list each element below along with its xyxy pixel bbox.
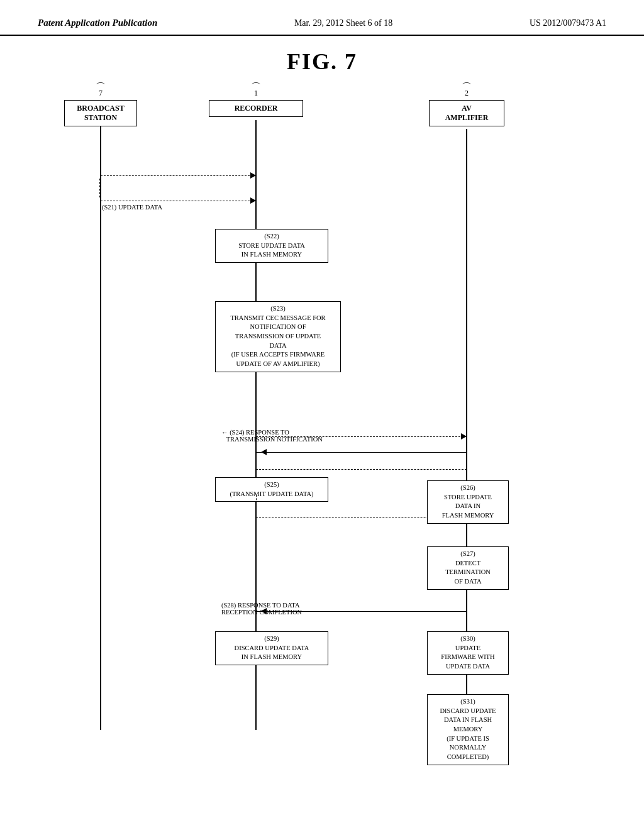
arrow-broadcast-to-recorder-2: [101, 201, 256, 201]
entity-curve-1: ⌒: [209, 81, 303, 94]
arrow-av-to-recorder-s24: [256, 452, 467, 453]
step-s31-box: (S31)DISCARD UPDATEDATA IN FLASHMEMORY(I…: [427, 694, 509, 765]
vert-dash-s25a: [256, 495, 257, 517]
arrow-broadcast-to-recorder-1: [101, 175, 256, 176]
arrowhead-s24: [261, 449, 267, 455]
lifeline-broadcast: [100, 126, 101, 730]
entity-curve-2: ⌒: [429, 81, 504, 94]
entity-box-recorder: RECORDER: [209, 100, 303, 117]
step-s23-box: (S23)TRANSMIT CEC MESSAGE FORNOTIFICATIO…: [215, 301, 341, 372]
step-s22-box: (S22)STORE UPDATE DATAIN FLASH MEMORY: [215, 229, 328, 263]
arrow-recorder-to-av-s25a: [256, 469, 467, 470]
arrowhead-1: [250, 172, 256, 179]
step-s30-box: (S30)UPDATEFIRMWARE WITHUPDATE DATA: [427, 631, 509, 675]
header-date-sheet: Mar. 29, 2012 Sheet 6 of 18: [294, 18, 392, 28]
step-s26-box: (S26)STORE UPDATEDATA INFLASH MEMORY: [427, 480, 509, 524]
header-publication: Patent Application Publication: [38, 18, 157, 28]
figure-title: FIG. 7: [0, 48, 644, 75]
arrowhead-2: [250, 197, 256, 204]
step-s27-box: (S27)DETECTTERMINATIONOF DATA: [427, 546, 509, 590]
page-header: Patent Application Publication Mar. 29, …: [0, 0, 644, 36]
step-s21-label: (S21) UPDATE DATA: [102, 204, 162, 211]
entity-broadcast: 7 ⌒ BROADCASTSTATION: [64, 100, 137, 126]
step-s29-box: (S29)DISCARD UPDATE DATAIN FLASH MEMORY: [215, 631, 328, 665]
step-s24-label: ← (S24) RESPONSE TO TRANSMISSION NOTIFIC…: [221, 429, 323, 443]
step-s28-label: (S28) RESPONSE TO DATARECEPTION COMPLETI…: [221, 602, 302, 616]
entity-box-broadcast: BROADCASTSTATION: [64, 100, 137, 126]
entity-recorder: 1 ⌒ RECORDER: [209, 100, 303, 117]
vert-dash-1: [99, 179, 100, 197]
arrowhead-s23: [461, 433, 467, 440]
entity-curve-7: ⌒: [64, 81, 137, 94]
step-s25-box: (S25)(TRANSMIT UPDATE DATA): [215, 477, 328, 502]
entity-box-av: AVAMPLIFIER: [429, 100, 504, 126]
entity-av: 2 ⌒ AVAMPLIFIER: [429, 100, 504, 126]
header-patent-num: US 2012/0079473 A1: [530, 18, 606, 28]
diagram: 7 ⌒ BROADCASTSTATION 1 ⌒ RECORDER 2 ⌒ AV…: [39, 94, 605, 754]
